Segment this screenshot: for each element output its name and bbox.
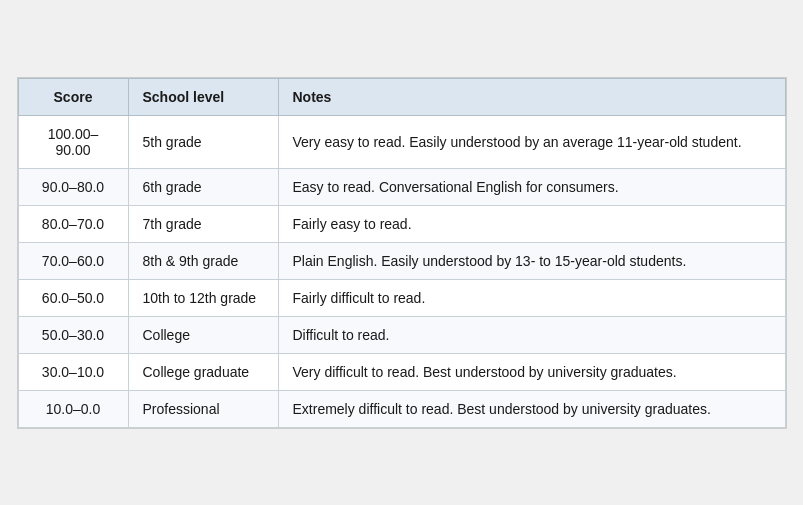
cell-notes: Extremely difficult to read. Best unders… [278, 390, 785, 427]
table-row: 70.0–60.08th & 9th gradePlain English. E… [18, 242, 785, 279]
table-row: 30.0–10.0College graduateVery difficult … [18, 353, 785, 390]
table-row: 100.00–90.005th gradeVery easy to read. … [18, 115, 785, 168]
cell-notes: Very difficult to read. Best understood … [278, 353, 785, 390]
cell-level: 5th grade [128, 115, 278, 168]
cell-score: 100.00–90.00 [18, 115, 128, 168]
cell-level: 8th & 9th grade [128, 242, 278, 279]
table-row: 80.0–70.07th gradeFairly easy to read. [18, 205, 785, 242]
header-score: Score [18, 78, 128, 115]
table-row: 60.0–50.010th to 12th gradeFairly diffic… [18, 279, 785, 316]
cell-level: Professional [128, 390, 278, 427]
cell-score: 90.0–80.0 [18, 168, 128, 205]
cell-level: 10th to 12th grade [128, 279, 278, 316]
table-row: 90.0–80.06th gradeEasy to read. Conversa… [18, 168, 785, 205]
cell-level: College [128, 316, 278, 353]
table-header-row: Score School level Notes [18, 78, 785, 115]
cell-score: 60.0–50.0 [18, 279, 128, 316]
cell-notes: Easy to read. Conversational English for… [278, 168, 785, 205]
table-row: 50.0–30.0CollegeDifficult to read. [18, 316, 785, 353]
cell-level: 7th grade [128, 205, 278, 242]
cell-notes: Fairly difficult to read. [278, 279, 785, 316]
readability-table-container: Score School level Notes 100.00–90.005th… [17, 77, 787, 429]
cell-score: 10.0–0.0 [18, 390, 128, 427]
cell-notes: Very easy to read. Easily understood by … [278, 115, 785, 168]
cell-score: 80.0–70.0 [18, 205, 128, 242]
cell-notes: Difficult to read. [278, 316, 785, 353]
cell-score: 50.0–30.0 [18, 316, 128, 353]
cell-score: 70.0–60.0 [18, 242, 128, 279]
cell-level: College graduate [128, 353, 278, 390]
readability-table: Score School level Notes 100.00–90.005th… [18, 78, 786, 428]
cell-notes: Plain English. Easily understood by 13- … [278, 242, 785, 279]
cell-notes: Fairly easy to read. [278, 205, 785, 242]
cell-level: 6th grade [128, 168, 278, 205]
cell-score: 30.0–10.0 [18, 353, 128, 390]
header-notes: Notes [278, 78, 785, 115]
table-row: 10.0–0.0ProfessionalExtremely difficult … [18, 390, 785, 427]
header-level: School level [128, 78, 278, 115]
